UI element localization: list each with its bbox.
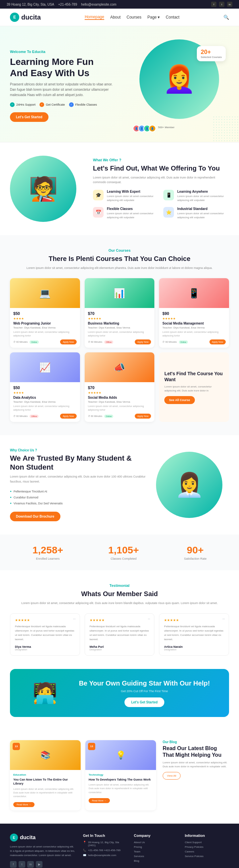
offer-person-visual: 🧑‍🏫 <box>10 156 83 222</box>
footer-email: ✉️ hello@examplesite.com <box>83 854 127 857</box>
footer-linkedin-icon[interactable]: in <box>27 861 34 868</box>
course-image-2: 📊 <box>85 278 155 308</box>
download-brochure-button[interactable]: Download Our Brochure <box>10 512 60 521</box>
nav-contact[interactable]: Contact <box>166 15 179 20</box>
linkedin-icon[interactable]: in <box>227 2 232 7</box>
stat-satisfaction-label: Satisfaction Rate <box>184 557 207 560</box>
offer-content: What We Offer ? Let's Find Out, What We … <box>93 158 229 220</box>
course-mode-3: Online <box>179 340 188 344</box>
course-card-4: 📈 $50 ★★★★ Data Analytics Teacher: Diya … <box>10 352 80 422</box>
course-mode-1: Online <box>30 340 38 344</box>
hero-person-emoji: 👩‍🦰 <box>163 64 196 95</box>
member-count: 500+ Member <box>158 126 175 129</box>
cta-button[interactable]: Let's Get Started <box>125 698 164 707</box>
blog-cards: 📚 13 Education You Can Now Listen To The… <box>10 740 156 811</box>
course-meta-info-1: ⏱ 60 Minutes Online <box>13 340 39 344</box>
badge-certificate: ✓ Get Certificate <box>39 102 65 107</box>
topbar-email: hello@examplesite.com <box>81 3 116 6</box>
facebook-icon[interactable]: f <box>211 2 216 7</box>
testimonials-description: Lorem ipsum dolor sit amet, consectetur … <box>10 601 229 606</box>
course-title-1: Web Programing Junior <box>13 321 77 325</box>
footer-company-title: Company <box>134 834 178 838</box>
flexible-icon: ✓ <box>69 102 74 107</box>
stat-satisfaction-number: 90+ <box>184 545 207 556</box>
course-body-5: $70 ★★★★★ Social Media Adds Teacher: Diy… <box>85 382 155 422</box>
footer-services-link[interactable]: Services <box>134 855 178 858</box>
apply-button-1[interactable]: Apply Now <box>60 339 76 344</box>
test-stars-3: ★★★★★ <box>164 618 224 622</box>
course-title-2: Business Marketing <box>88 321 151 325</box>
cta-wrapper: 🧑‍💻 Be Your Own Guiding Star With Our He… <box>0 669 239 740</box>
course-image-1: 💻 <box>10 278 80 308</box>
hero-cta-button[interactable]: Let's Get Started <box>10 112 49 122</box>
quote-icon-2: " <box>148 617 150 625</box>
course-minutes-1: ⏱ 60 Minutes <box>13 340 28 344</box>
footer-service-policies-link[interactable]: Service Policies <box>185 855 229 858</box>
quote-icon-1: " <box>73 617 76 625</box>
read-more-button-1[interactable]: Read More → <box>13 802 34 807</box>
offer-item-2: 📱 Learning Anywhere Lorem ipsum dolor si… <box>163 190 229 203</box>
footer-team-link[interactable]: Team <box>134 850 178 853</box>
course-meta-3: ⏱ 60 Minutes Online Apply Now <box>162 339 226 344</box>
offer-item-3: 📅 Flexible Classes Lorem ipsum dolor sit… <box>93 207 159 220</box>
footer-phone: 📞 +21-456-789 +422-456-789 <box>83 849 127 852</box>
footer-careers-link[interactable]: Careers <box>185 850 229 853</box>
footer-facebook-icon[interactable]: f <box>10 861 17 868</box>
test-author-3: Artica Narain <box>164 645 224 648</box>
blog-body-2: Technology How To Developers Taking The … <box>85 770 156 806</box>
test-text-1: Pellentesque tincidunt vel ligula malesu… <box>15 625 75 642</box>
course-meta-4: ⏱ 60 Minutes Offline Apply Now <box>13 414 77 418</box>
hero-welcome: Welcome To Educita <box>10 50 116 54</box>
hero-description: Praesent ultrices dolor sit amet tortor … <box>10 82 116 98</box>
footer-youtube-icon[interactable]: ▶ <box>36 861 43 868</box>
course-desc-5: Lorem ipsum dolor sit amet, consectetur … <box>88 405 151 412</box>
why-person-emoji: 👩‍💼 <box>175 471 204 498</box>
testimonials-grid: " ★★★★★ Pellentesque tincidunt vel ligul… <box>10 613 229 655</box>
offer-icon-3: 📅 <box>93 207 104 218</box>
course-title-4: Data Analytics <box>13 396 77 399</box>
float-text: Selected Courses <box>201 56 222 59</box>
course-mode-2: Offline <box>104 340 113 344</box>
apply-button-3[interactable]: Apply Now <box>209 339 226 344</box>
course-card-3: 📱 $90 ★★★★★ Social Media Management Teac… <box>159 278 229 348</box>
course-teacher-5: Teacher: Diya Kandwal, Elsa Verma <box>88 400 151 403</box>
why-description: Lorem ipsum dolor sit amet, consectetur … <box>10 474 146 484</box>
offer-description: Lorem ipsum dolor sit amet, consectetur … <box>93 175 229 185</box>
footer-pricing-link[interactable]: Pricing <box>134 845 178 848</box>
view-all-button[interactable]: View All <box>163 772 181 780</box>
course-meta-info-4: ⏱ 60 Minutes Offline <box>13 415 38 418</box>
footer-client-support-link[interactable]: Client Support <box>185 841 229 844</box>
read-more-button-2[interactable]: Read More → <box>89 798 110 803</box>
apply-button-4[interactable]: Apply Now <box>60 414 76 418</box>
stat-classes: 1,105+ Classes Completed <box>108 545 139 560</box>
course-image-5: 📣 <box>85 352 155 382</box>
nav-courses[interactable]: Courses <box>127 15 141 20</box>
apply-button-2[interactable]: Apply Now <box>135 339 151 344</box>
course-teacher-3: Teacher: Diya Kandwal, Elsa Verma <box>162 326 226 329</box>
test-stars-1: ★★★★★ <box>15 618 75 622</box>
footer-blog-link[interactable]: Blog <box>134 859 178 862</box>
logo[interactable]: E ducita <box>10 12 41 22</box>
nav-page[interactable]: Page ▾ <box>148 15 160 20</box>
course-stars-5: ★★★★★ <box>88 391 151 395</box>
blog-card-2: 💡 13 Technology How To Developers Taking… <box>85 740 156 811</box>
footer: E ducita Lorem ipsum dolor sit amet cons… <box>0 824 239 868</box>
test-text-3: Pellentesque tincidunt vel ligula malesu… <box>164 625 224 642</box>
nav-homepage[interactable]: Homepage <box>85 14 104 20</box>
apply-button-5[interactable]: Apply Now <box>135 414 151 418</box>
float-number: 20+ <box>201 49 222 56</box>
footer-twitter-icon[interactable]: t <box>19 861 25 868</box>
course-price-2: $70 <box>88 311 151 316</box>
nav-about[interactable]: About <box>110 15 121 20</box>
search-icon[interactable]: 🔍 <box>223 14 229 20</box>
blog-category-2: Technology <box>89 773 153 776</box>
offer-person-image: 🧑‍🏫 <box>10 156 76 222</box>
course-image-3: 📱 <box>159 278 229 308</box>
twitter-icon[interactable]: t <box>219 2 224 7</box>
offer-items-grid: 🎓 Learning With Expert Lorem ipsum dolor… <box>93 190 229 220</box>
see-all-courses-button[interactable]: See All Course <box>164 396 194 404</box>
blog-category-1: Education <box>13 773 77 776</box>
footer-privacy-link[interactable]: Privacy Policies <box>185 845 229 848</box>
offer-icon-2: 📱 <box>163 190 174 200</box>
footer-about-link[interactable]: About Us <box>134 841 178 844</box>
